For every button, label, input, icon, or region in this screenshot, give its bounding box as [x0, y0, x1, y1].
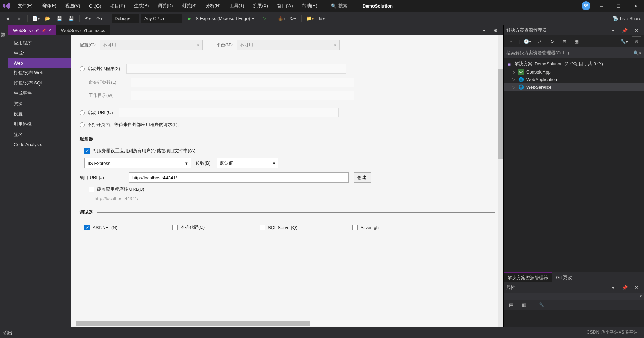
sql-checkbox[interactable]: [260, 225, 265, 230]
panel-dropdown-icon[interactable]: ▾: [608, 25, 618, 35]
tree-consoleapp[interactable]: ▷ C# ConsoleApp: [504, 68, 644, 76]
tab-webservice[interactable]: WebService* 📌 ✕: [8, 25, 56, 35]
wrench-icon[interactable]: 🔧: [537, 300, 547, 309]
panel-close-icon[interactable]: ✕: [632, 25, 641, 35]
apply-all-checkbox[interactable]: ✓: [84, 148, 90, 154]
menu-debug[interactable]: 调试(D): [156, 1, 175, 10]
nav-back-button[interactable]: ◀: [3, 14, 12, 23]
folder-button[interactable]: 📁▾: [305, 14, 315, 23]
redo-button[interactable]: ↷▾: [95, 14, 104, 23]
output-tab[interactable]: 输出: [3, 330, 12, 336]
menu-analyze[interactable]: 分析(N): [204, 1, 223, 10]
close-tab-icon[interactable]: ✕: [48, 28, 51, 33]
iis-dropdown[interactable]: IIS Express▾: [84, 158, 191, 168]
create-button[interactable]: 创建.: [354, 172, 371, 183]
close-button[interactable]: ✕: [630, 1, 642, 11]
tree-webapp[interactable]: ▷ 🌐 WebApplication: [504, 76, 644, 83]
config-combo[interactable]: 不可用▾: [100, 40, 203, 50]
h-scrollbar-thumb[interactable]: [76, 321, 310, 326]
chevron-right-icon[interactable]: ▷: [512, 77, 516, 82]
search-box[interactable]: 🔍 搜索: [331, 3, 347, 9]
platform-combo[interactable]: 不可用▾: [237, 40, 340, 50]
menu-extensions[interactable]: 扩展(X): [251, 1, 270, 10]
platform-dropdown[interactable]: Any CPU▾: [141, 14, 182, 23]
wrench-icon[interactable]: 🔧▾: [619, 36, 629, 46]
tree-webservice[interactable]: ▷ 🌐 WebService: [504, 83, 644, 91]
sidenav-web[interactable]: Web: [8, 58, 71, 68]
window-layout-button[interactable]: 🖥▾: [317, 14, 326, 23]
native-checkbox[interactable]: [172, 225, 178, 230]
sidenav-settings[interactable]: 设置: [8, 109, 71, 119]
silver-checkbox[interactable]: [352, 225, 358, 230]
open-button[interactable]: 📂: [43, 14, 53, 23]
tab-dropdown-icon[interactable]: ▾: [479, 25, 489, 35]
chevron-right-icon[interactable]: ▷: [512, 69, 516, 75]
menu-window[interactable]: 窗口(W): [275, 1, 295, 10]
panel-pin-icon[interactable]: 📌: [620, 25, 630, 35]
pin-icon[interactable]: 📌: [42, 29, 46, 32]
run-button[interactable]: ▶ IIS Express (Microsoft Edge) ▾: [184, 14, 258, 23]
tab-settings-icon[interactable]: ⚙: [491, 25, 501, 35]
projurl-field[interactable]: [129, 172, 349, 183]
maximize-button[interactable]: ☐: [612, 1, 625, 11]
nav-forward-button[interactable]: ▶: [14, 14, 24, 23]
menu-edit[interactable]: 编辑(E): [39, 1, 58, 10]
sidenav-pack-sql[interactable]: 打包/发布 SQL: [8, 78, 71, 88]
cmdargs-field[interactable]: [131, 78, 354, 87]
menu-project[interactable]: 项目(P): [108, 1, 127, 10]
start-url-field[interactable]: [119, 108, 339, 117]
start-no-debug-button[interactable]: ▷: [260, 14, 269, 23]
user-badge[interactable]: SS: [582, 1, 590, 10]
sidenav-pack-web[interactable]: 打包/发布 Web: [8, 68, 71, 78]
hot-reload-button[interactable]: 🔥▾: [277, 14, 286, 23]
menu-git[interactable]: Git(G): [87, 2, 103, 10]
tree-root[interactable]: ▣ 解决方案 'DemoSolution' (3 个项目，共 3 个): [504, 60, 644, 68]
refresh-icon[interactable]: ↻: [547, 36, 557, 46]
categorized-icon[interactable]: ▤: [506, 300, 516, 309]
start-external-field[interactable]: [126, 64, 346, 74]
sidenav-codeanal[interactable]: Code Analysis: [8, 140, 71, 149]
home-icon[interactable]: ⌂: [506, 36, 516, 46]
props-dropdown-icon[interactable]: ▾: [608, 283, 618, 292]
tab-git-changes[interactable]: Git 更改: [552, 272, 576, 282]
preview-icon[interactable]: ⎘: [632, 36, 641, 46]
menu-file[interactable]: 文件(F): [16, 1, 35, 10]
bits-dropdown[interactable]: 默认值▾: [217, 158, 278, 168]
menu-tools[interactable]: 工具(T): [228, 1, 246, 10]
sidenav-refs[interactable]: 引用路径: [8, 119, 71, 129]
refresh-button[interactable]: ↻▾: [288, 14, 298, 23]
liveshare-button[interactable]: 📡 Live Share: [613, 16, 641, 21]
tab-solution-explorer[interactable]: 解决方案资源管理器: [504, 272, 552, 282]
sync-icon[interactable]: ⇄: [535, 36, 544, 46]
sidenav-sign[interactable]: 签名: [8, 129, 71, 140]
v-scrollbar-thumb[interactable]: [498, 69, 503, 159]
alphabetical-icon[interactable]: ▥: [519, 300, 529, 309]
undo-button[interactable]: ↶▾: [83, 14, 93, 23]
workdir-field[interactable]: [131, 91, 354, 100]
save-button[interactable]: 💾: [55, 14, 64, 23]
props-pin-icon[interactable]: 📌: [620, 283, 630, 292]
radio-noopen[interactable]: [80, 122, 85, 127]
sidenav-build[interactable]: 生成*: [8, 48, 71, 58]
new-item-button[interactable]: 📄▾: [31, 14, 41, 23]
props-close-icon[interactable]: ✕: [632, 283, 641, 292]
menu-help[interactable]: 帮助(H): [300, 1, 319, 10]
props-combo[interactable]: ▾: [504, 293, 644, 300]
solution-search[interactable]: 搜索解决方案资源管理器(Ctrl+;) 🔍▾: [504, 47, 644, 58]
config-dropdown[interactable]: Debug▾: [112, 14, 139, 23]
radio-start-url[interactable]: [80, 110, 85, 115]
aspnet-checkbox[interactable]: ✓: [84, 225, 90, 230]
collapse-icon[interactable]: ⊟: [560, 36, 569, 46]
menu-view[interactable]: 视图(V): [63, 1, 82, 10]
left-gutter-datasource[interactable]: 数据源: [0, 25, 8, 327]
menu-build[interactable]: 生成(B): [132, 1, 151, 10]
override-checkbox[interactable]: [89, 187, 94, 192]
menu-test[interactable]: 测试(S): [180, 1, 198, 10]
history-icon[interactable]: 🕘▾: [522, 36, 532, 46]
radio-start-external[interactable]: [80, 66, 85, 71]
save-all-button[interactable]: 💾: [66, 14, 76, 23]
sidenav-app[interactable]: 应用程序: [8, 38, 71, 48]
tab-asmx[interactable]: WebService1.asmx.cs: [56, 25, 110, 35]
sidenav-resources[interactable]: 资源: [8, 99, 71, 109]
showall-icon[interactable]: ▦: [572, 36, 582, 46]
